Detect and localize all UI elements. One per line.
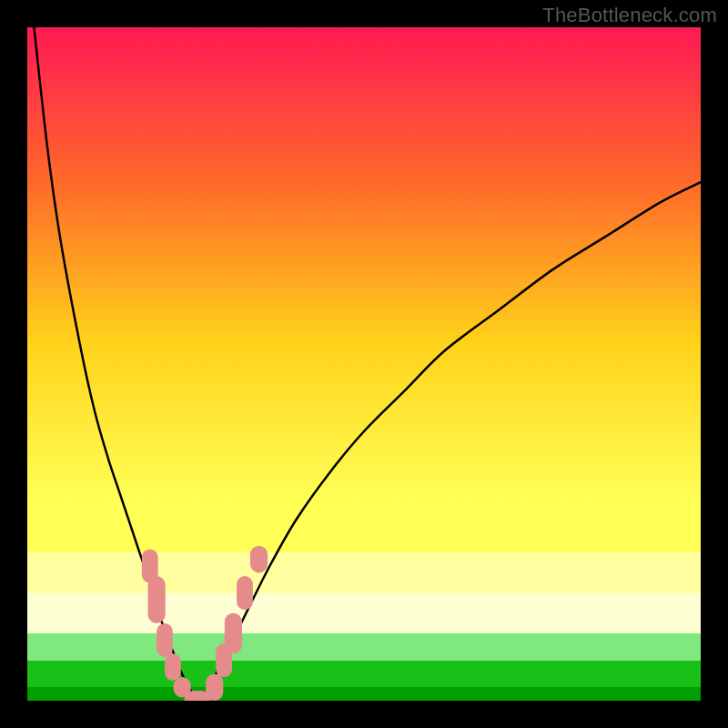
curve-layer [27, 27, 701, 701]
bottleneck-curve [34, 27, 701, 701]
curve-marker [237, 576, 253, 610]
curve-marker [206, 673, 223, 701]
plot-area [27, 27, 701, 701]
curve-marker [148, 576, 166, 623]
curve-marker [165, 653, 181, 681]
curve-marker [250, 546, 268, 573]
watermark-text: TheBottleneck.com [542, 4, 717, 27]
outer-frame: TheBottleneck.com [0, 0, 728, 728]
marker-group [142, 546, 268, 701]
curve-marker [157, 623, 173, 657]
curve-marker [225, 613, 242, 653]
